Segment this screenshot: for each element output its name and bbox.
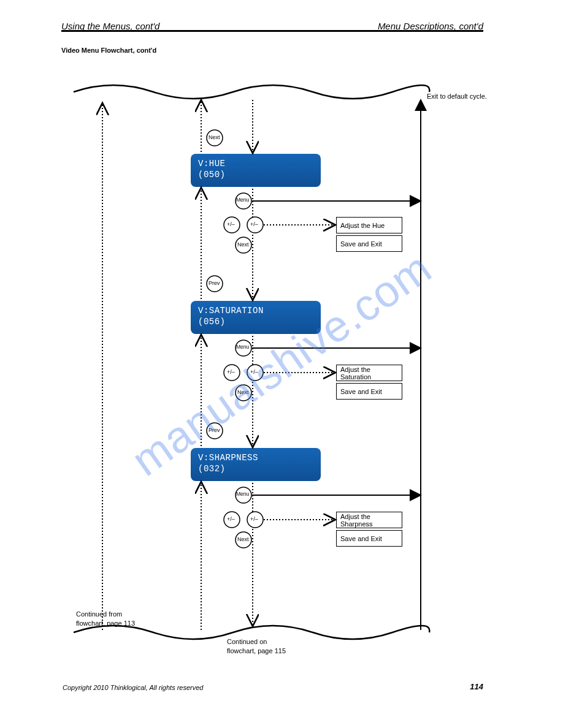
box-sat-adjust: Adjust the Saturation (336, 365, 402, 381)
lcd-hue-line1: V:HUE (198, 159, 313, 170)
btn-prev-1: Prev (209, 279, 220, 287)
box-shp-save: Save and Exit (336, 530, 402, 547)
btn-pm-3a: +/– (227, 515, 235, 523)
copyright: Copyright 2010 Thinklogical, All rights … (63, 684, 203, 691)
lcd-shp-line1: V:SHARPNESS (198, 453, 313, 464)
btn-pm-3b: +/– (250, 515, 258, 523)
continued-from-label: Continued from flowchart, page 113 (76, 610, 135, 628)
exit-default-label: Exit to default cycle. (427, 92, 487, 101)
btn-menu-2: Menu (236, 344, 249, 351)
btn-menu-3: Menu (236, 491, 249, 498)
box-shp-adjust: Adjust the Sharpness (336, 512, 402, 528)
box-sat-save: Save and Exit (336, 383, 402, 400)
box-hue-adjust: Adjust the Hue (336, 217, 402, 233)
continued-on-label: Continued on flowchart, page 115 (227, 637, 286, 656)
lcd-sat-line1: V:SATURATION (198, 306, 313, 317)
lcd-shp-line2: (032) (198, 464, 313, 475)
box-hue-save: Save and Exit (336, 235, 402, 252)
lcd-hue-line2: (050) (198, 170, 313, 181)
header-rule (61, 30, 483, 32)
lcd-hue: V:HUE (050) (191, 154, 321, 187)
btn-menu-1: Menu (236, 197, 249, 203)
btn-pm-1b: +/– (250, 221, 258, 228)
btn-pm-1a: +/– (227, 221, 235, 228)
btn-next-3: Next (237, 536, 249, 543)
btn-next-1: Next (209, 134, 220, 141)
btn-next-1b: Next (237, 241, 249, 248)
page-number: 114 (470, 682, 483, 691)
lcd-shp: V:SHARPNESS (032) (191, 448, 321, 481)
section-title: Video Menu Flowchart, cont'd (61, 46, 156, 55)
